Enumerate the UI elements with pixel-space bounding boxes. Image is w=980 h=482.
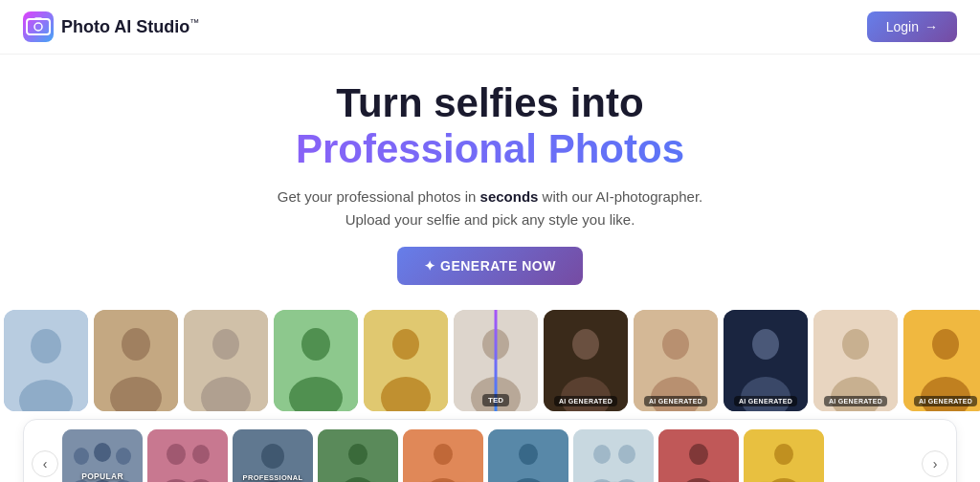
photo-card [364, 310, 448, 411]
svg-rect-47 [147, 429, 228, 482]
svg-point-11 [212, 329, 239, 360]
svg-point-56 [348, 444, 368, 465]
svg-point-53 [261, 444, 284, 469]
svg-point-43 [94, 443, 111, 462]
svg-point-70 [689, 444, 708, 465]
logo-icon [23, 11, 54, 42]
ai-generated-badge: AI GENERATED [644, 396, 707, 406]
photo-strip: TED AI GENERATED AI GENERATED AI GENERAT… [0, 300, 980, 417]
category-item-wedding[interactable]: WEDDING [573, 429, 654, 482]
category-item-birthday[interactable]: BIRTHDAY [403, 429, 483, 482]
category-items: POPULAR Selected DATING PROFESSIONALHEAD… [62, 429, 918, 482]
category-label: POPULAR [81, 471, 123, 481]
svg-point-17 [392, 329, 419, 360]
photo-card [94, 310, 178, 411]
category-prev-button[interactable]: ‹ [32, 450, 58, 477]
category-item-dating[interactable]: DATING [147, 429, 228, 482]
photo-card [274, 310, 358, 411]
photo-card-ai: AI GENERATED [634, 310, 718, 411]
svg-point-59 [434, 444, 453, 465]
svg-point-48 [167, 444, 186, 465]
hero-section: Turn selfies into Professional Photos Ge… [0, 55, 980, 300]
logo-area: Photo AI Studio™ [23, 11, 199, 42]
svg-point-62 [519, 444, 538, 465]
hero-title-line1: Turn selfies into [19, 81, 961, 125]
svg-point-67 [618, 445, 635, 464]
ted-badge: TED [482, 394, 509, 406]
logo-text: Photo AI Studio™ [61, 17, 199, 37]
category-item-christmas[interactable]: CHRISTM... [744, 429, 824, 482]
svg-point-45 [116, 448, 131, 465]
photo-card [184, 310, 268, 411]
svg-rect-3 [34, 17, 42, 20]
ai-generated-badge: AI GENERATED [824, 396, 887, 406]
ai-generated-badge: AI GENERATED [734, 396, 797, 406]
photo-card [4, 310, 88, 411]
generate-button[interactable]: ✦ GENERATE NOW [397, 247, 583, 285]
svg-point-32 [842, 329, 869, 360]
svg-point-35 [932, 329, 959, 360]
photo-card-ai: AI GENERATED [544, 310, 628, 411]
login-button[interactable]: Login → [867, 11, 957, 42]
category-item-travel[interactable]: TRAVEL [488, 429, 568, 482]
photo-card: TED [454, 310, 538, 411]
category-item-sports[interactable]: SPORTS [318, 429, 398, 482]
svg-point-50 [192, 445, 210, 464]
svg-point-29 [752, 329, 779, 360]
category-item-popular[interactable]: POPULAR Selected [62, 429, 143, 482]
ai-generated-badge: AI GENERATED [914, 396, 977, 406]
svg-point-65 [593, 445, 611, 464]
ai-generated-badge: AI GENERATED [554, 396, 617, 406]
category-next-button[interactable]: › [922, 450, 948, 477]
hero-subtitle: Get your professional photos in seconds … [19, 186, 961, 231]
photo-card-ai: AI GENERATED [813, 310, 898, 411]
hero-title-line2: Professional Photos [19, 125, 961, 173]
category-item-halloween[interactable]: HALLOWEEN [658, 429, 739, 482]
category-label: PROFESSIONALHEADSHOTS [243, 473, 303, 482]
svg-point-41 [74, 448, 89, 465]
category-item-headshots[interactable]: PROFESSIONALHEADSHOTS [233, 429, 313, 482]
header: Photo AI Studio™ Login → [0, 0, 980, 55]
svg-rect-64 [573, 429, 654, 482]
svg-point-8 [122, 328, 150, 361]
svg-point-5 [31, 329, 61, 363]
svg-point-26 [662, 329, 689, 360]
svg-point-14 [301, 328, 330, 361]
category-strip: ‹ POPULAR Selected DATING PROFESSIONALHE… [23, 419, 957, 482]
photo-card-ai: AI GENERATED [903, 310, 980, 411]
svg-point-73 [774, 444, 793, 465]
photo-card-ai: AI GENERATED [724, 310, 808, 411]
svg-point-23 [572, 329, 599, 360]
